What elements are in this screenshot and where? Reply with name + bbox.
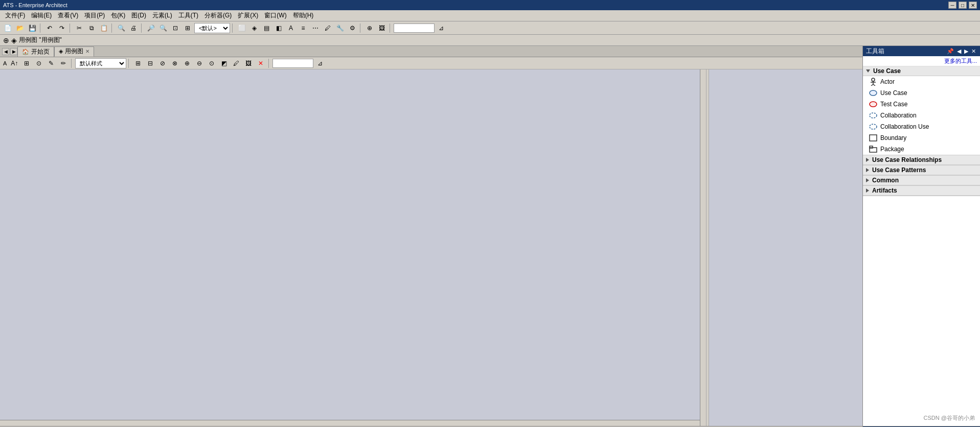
dt-search-input[interactable]: [272, 59, 313, 68]
dt-filter[interactable]: ⊿: [314, 58, 326, 68]
toolbox-close[interactable]: ✕: [970, 48, 977, 55]
item-collaboration-use[interactable]: Collaboration Use: [863, 121, 980, 132]
item-usecase[interactable]: Use Case: [863, 87, 980, 99]
minimize-button[interactable]: ─: [948, 2, 956, 9]
tab-close-button[interactable]: ✕: [85, 49, 89, 54]
dt-b10[interactable]: ⊕: [181, 58, 193, 68]
item-actor[interactable]: Actor: [863, 76, 980, 87]
section-ucr: Use Case Relationships: [863, 155, 980, 165]
tb-b3[interactable]: ▤: [261, 23, 272, 33]
tb-b9[interactable]: 🔧: [334, 23, 346, 33]
tb-zoom-out[interactable]: 🔍: [157, 23, 169, 33]
section-ucp-header[interactable]: Use Case Patterns: [863, 165, 980, 175]
tb-save[interactable]: 💾: [27, 23, 38, 33]
item-boundary[interactable]: Boundary: [863, 132, 980, 144]
dt-b11[interactable]: ⊖: [194, 58, 205, 68]
dt-b7[interactable]: ⊟: [145, 58, 156, 68]
dt-b14[interactable]: 🖊: [231, 58, 242, 68]
dt-b8[interactable]: ⊘: [157, 58, 168, 68]
tb-b4[interactable]: ◧: [273, 23, 284, 33]
more-tools-link[interactable]: 更多的工具...: [863, 56, 980, 66]
menu-edit[interactable]: 编辑(E): [28, 10, 55, 21]
item-testcase[interactable]: Test Case: [863, 99, 980, 110]
tb-default-dropdown[interactable]: <默认>: [194, 23, 230, 33]
close-button[interactable]: ✕: [969, 2, 977, 9]
dt-b12[interactable]: ⊙: [206, 58, 217, 68]
menu-diagram[interactable]: 图(D): [128, 10, 149, 21]
dt-b6[interactable]: ⊞: [132, 58, 144, 68]
section-artifacts-header[interactable]: Artifacts: [863, 186, 980, 196]
search-input[interactable]: [394, 23, 435, 33]
section-use-case-header[interactable]: Use Case: [863, 66, 980, 76]
toolbox-pin[interactable]: 📌: [946, 48, 955, 55]
tb-b12[interactable]: 🖼: [376, 23, 388, 33]
tb-undo[interactable]: ↶: [44, 23, 55, 33]
tb-paste[interactable]: 📋: [98, 23, 109, 33]
canvas-scrollbar-v[interactable]: [700, 69, 706, 426]
tb-zoom-fit[interactable]: ⊡: [170, 23, 181, 33]
dt-b3[interactable]: ⊙: [33, 58, 44, 68]
tb-redo[interactable]: ↷: [56, 23, 67, 33]
tb-sep5: [232, 23, 234, 33]
canvas-scrollbar-h[interactable]: [0, 420, 700, 426]
dt-style-dropdown[interactable]: 默认样式: [75, 58, 126, 68]
tb-b6[interactable]: ≡: [298, 23, 309, 33]
menu-package[interactable]: 包(K): [108, 10, 128, 21]
collaboration-label: Collaboration: [880, 112, 917, 119]
menu-help[interactable]: 帮助(H): [290, 10, 317, 21]
menu-element[interactable]: 元素(L): [149, 10, 175, 21]
tb-new[interactable]: 📄: [2, 23, 13, 33]
tb-b1[interactable]: ⬜: [236, 23, 247, 33]
use-case-expand-icon: [866, 69, 870, 73]
dt-b13[interactable]: ◩: [218, 58, 230, 68]
dt-b5[interactable]: ✏: [58, 58, 69, 68]
tb-b7[interactable]: ⋯: [310, 23, 321, 33]
tb-b5[interactable]: A: [285, 23, 297, 33]
item-package[interactable]: Package: [863, 144, 980, 155]
diagram-toolbar: A A↑ ⊞ ⊙ ✎ ✏ 默认样式 ⊞ ⊟ ⊘ ⊗ ⊕ ⊖ ⊙ ◩ 🖊 🖼 ✕ …: [0, 57, 862, 69]
menu-analyze[interactable]: 分析器(G): [201, 10, 235, 21]
dt-b2[interactable]: ⊞: [21, 58, 32, 68]
tab-diagram[interactable]: ◈ 用例图 ✕: [54, 46, 94, 57]
tb-b2[interactable]: ◈: [248, 23, 260, 33]
maximize-button[interactable]: □: [959, 2, 967, 9]
tb-open[interactable]: 📂: [14, 23, 26, 33]
tb-cut[interactable]: ✂: [74, 23, 85, 33]
tb-sep1: [40, 23, 42, 33]
tab-start[interactable]: 🏠 开始页: [17, 46, 54, 57]
section-common-header[interactable]: Common: [863, 176, 980, 185]
tb-find[interactable]: 🔍: [116, 23, 127, 33]
dt-b16[interactable]: ✕: [255, 58, 266, 68]
canvas: [0, 69, 862, 426]
tb-zoom-sel[interactable]: ⊞: [182, 23, 193, 33]
watermark: CSDN @谷哥的小弟: [924, 414, 975, 422]
toolbox-arrow-right[interactable]: ▶: [963, 48, 969, 55]
tb-zoom-in[interactable]: 🔎: [145, 23, 156, 33]
menu-file[interactable]: 文件(F): [2, 10, 28, 21]
section-ucr-header[interactable]: Use Case Relationships: [863, 155, 980, 165]
menu-extend[interactable]: 扩展(X): [235, 10, 261, 21]
canvas-left[interactable]: [0, 69, 706, 426]
tab-nav-right[interactable]: ▶: [10, 48, 17, 55]
dt-b9[interactable]: ⊗: [169, 58, 180, 68]
tb-b10[interactable]: ⚙: [347, 23, 358, 33]
tb-print[interactable]: 🖨: [128, 23, 139, 33]
menu-view[interactable]: 查看(V): [55, 10, 81, 21]
toolbox-arrow-left[interactable]: ◀: [956, 48, 962, 55]
svg-point-0: [872, 78, 875, 81]
tb-b8[interactable]: 🖊: [322, 23, 333, 33]
item-collaboration[interactable]: Collaboration: [863, 110, 980, 121]
tab-nav-left[interactable]: ◀: [2, 48, 9, 55]
menu-tools[interactable]: 工具(T): [175, 10, 201, 21]
dt-b15[interactable]: 🖼: [243, 58, 254, 68]
tb-copy[interactable]: ⧉: [86, 23, 97, 33]
menu-project[interactable]: 项目(P): [81, 10, 108, 21]
tb-b11[interactable]: ⊕: [364, 23, 375, 33]
tb-filter[interactable]: ⊿: [436, 23, 447, 33]
menu-window[interactable]: 窗口(W): [261, 10, 289, 21]
boundary-label: Boundary: [880, 134, 906, 141]
dt-b4[interactable]: ✎: [45, 58, 57, 68]
dt-b1[interactable]: A↑: [9, 58, 20, 68]
section-common: Common: [863, 176, 980, 186]
right-panel: 工具箱 📌 ◀ ▶ ✕ 更多的工具... Use Case: [862, 46, 980, 426]
